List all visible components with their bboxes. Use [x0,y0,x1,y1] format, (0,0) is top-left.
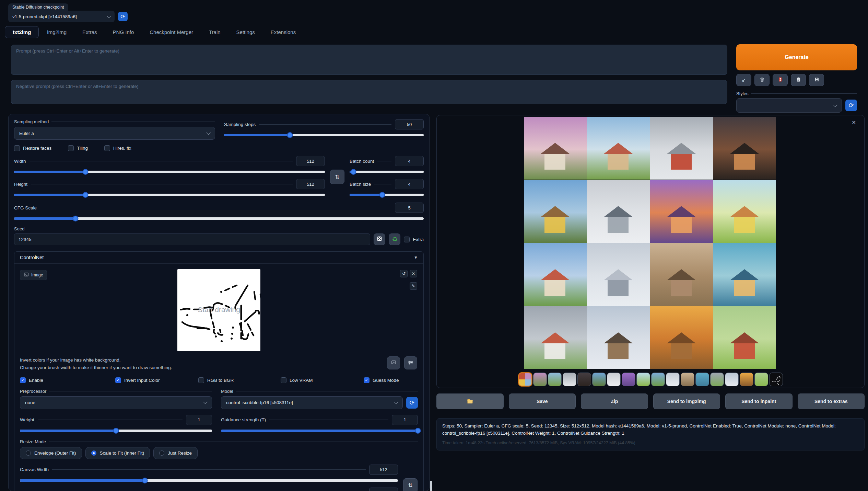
checkbox-rgb-to-bgr[interactable]: ✓RGB to BGR [198,377,281,383]
resize-option-envelope-outer-fit[interactable]: Envelope (Outer Fit) [20,447,82,459]
tab-train[interactable]: Train [201,26,228,38]
tab-checkpoint-merger[interactable]: Checkpoint Merger [142,26,201,38]
checkpoint-dropdown[interactable]: v1-5-pruned.ckpt [e1441589a6] [8,11,115,22]
thumbnail-image[interactable] [577,373,591,386]
zip-button[interactable]: Zip [581,393,648,409]
gallery-image[interactable] [713,243,776,306]
gallery-image[interactable] [650,180,713,243]
checkbox-low-vram[interactable]: ✓Low VRAM [281,377,364,383]
resize-option-just-resize[interactable]: Just Resize [153,447,198,459]
gallery-image[interactable] [524,117,587,180]
tab-txt2img[interactable]: txt2img [5,26,39,38]
gallery-image[interactable] [587,180,650,243]
weight-slider[interactable] [20,427,212,434]
trash-button[interactable] [754,74,770,86]
brush-button[interactable]: ✎ [410,282,417,290]
model-dropdown[interactable]: control_scribble-fp16 [c508311e] [221,396,403,409]
checkbox-hires-fix[interactable]: ✓Hires. fix [104,145,131,151]
clear-image-button[interactable]: ✕ [410,270,417,277]
generate-button[interactable]: Generate [736,44,857,70]
tab-png-info[interactable]: PNG Info [105,26,142,38]
apply-styles-button[interactable] [791,74,806,86]
width-value[interactable]: 512 [296,156,325,166]
canvas-width-value[interactable]: 512 [369,465,398,475]
thumbnail-image[interactable] [666,373,680,386]
sampling-steps-value[interactable]: 50 [395,119,424,129]
tab-extras[interactable]: Extras [75,26,105,38]
cfg-scale-slider[interactable] [14,215,424,221]
close-gallery-icon[interactable]: ✕ [852,119,856,126]
gallery-image[interactable] [524,180,587,243]
upload-image-button[interactable] [387,356,400,369]
gallery-image[interactable] [713,180,776,243]
undo-button[interactable]: ↺ [400,270,408,277]
guidance-strength-value[interactable]: 1 [392,415,418,425]
thumbnail-image[interactable] [754,373,768,386]
thumbnail-image[interactable] [695,373,709,386]
checkbox-enable[interactable]: ✓Enable [20,377,115,383]
thumbnail-image[interactable] [592,373,606,386]
controlnet-image-tab[interactable]: Image [20,270,47,280]
tab-extensions[interactable]: Extensions [263,26,303,38]
gallery-image[interactable] [587,243,650,306]
scribble-canvas[interactable]: Start drawing [177,269,260,351]
controlnet-header[interactable]: ControlNet ▼ [14,252,423,264]
canvas-width-slider[interactable] [20,477,398,483]
extra-networks-button[interactable] [773,74,788,86]
preprocessor-dropdown[interactable]: none [20,396,212,409]
save-style-button[interactable] [809,74,824,86]
thumbnail-image[interactable] [607,373,621,386]
batch-count-value[interactable]: 4 [395,156,424,166]
checkpoint-refresh-button[interactable]: ⟳ [118,12,128,21]
thumbnail-image[interactable] [533,373,547,386]
thumbnail-image[interactable] [681,373,694,386]
gallery-image[interactable] [713,117,776,180]
gallery-image[interactable] [524,243,587,306]
thumbnail-image[interactable] [548,373,562,386]
prompt-input[interactable] [16,48,722,71]
checkbox-guess-mode[interactable]: ✓Guess Mode [364,377,418,383]
width-slider[interactable] [14,169,325,175]
negative-prompt-input[interactable] [16,84,722,100]
height-slider[interactable] [14,192,325,198]
cfg-scale-value[interactable]: 5 [395,203,424,213]
send-to-img2img-button[interactable]: Send to img2img [653,393,720,409]
gallery-image[interactable] [650,117,713,180]
send-arrow-button[interactable]: ↙ [736,74,751,86]
styles-refresh-button[interactable]: ⟳ [845,100,857,111]
checkbox-tiling[interactable]: ✓Tiling [68,145,88,151]
model-refresh-button[interactable]: ⟳ [406,397,418,409]
weight-value[interactable]: 1 [186,415,212,425]
thumbnail-image[interactable] [651,373,665,386]
thumbnail-scribble-map[interactable] [769,373,783,386]
thumbnail-image[interactable] [740,373,753,386]
extra-seed-checkbox[interactable]: ✓Extra [404,237,424,242]
tab-img2img[interactable]: img2img [39,26,74,38]
open-images-folder-button[interactable] [436,393,504,409]
styles-dropdown[interactable] [736,98,842,113]
height-value[interactable]: 512 [296,179,325,189]
batch-size-slider[interactable] [350,192,424,198]
save-button[interactable]: Save [509,393,576,409]
batch-count-slider[interactable] [350,169,424,175]
swap-width-height-button[interactable]: ⇅ [330,170,344,184]
canvas-height-value[interactable]: 512 [369,488,398,491]
sampling-steps-slider[interactable] [224,132,424,138]
batch-size-value[interactable]: 4 [395,179,424,189]
seed-input[interactable] [14,233,370,245]
thumbnail-image[interactable] [710,373,724,386]
scrollbar-thumb[interactable] [430,481,432,491]
random-seed-button[interactable] [374,233,385,245]
thumbnail-grid-preview[interactable] [518,373,532,386]
gallery-image[interactable] [587,117,650,180]
tab-settings[interactable]: Settings [229,26,262,38]
gallery-image[interactable] [524,306,587,369]
brush-settings-button[interactable] [404,356,417,369]
gallery-image[interactable] [650,243,713,306]
swap-canvas-dims-button[interactable]: ⇅ [403,478,418,491]
reuse-seed-button[interactable]: ♻ [389,233,400,245]
resize-option-scale-to-fit-inner-fit[interactable]: Scale to Fit (Inner Fit) [85,447,150,459]
thumbnail-image[interactable] [622,373,635,386]
thumbnail-image[interactable] [636,373,650,386]
sampling-method-dropdown[interactable]: Euler a [14,127,215,140]
